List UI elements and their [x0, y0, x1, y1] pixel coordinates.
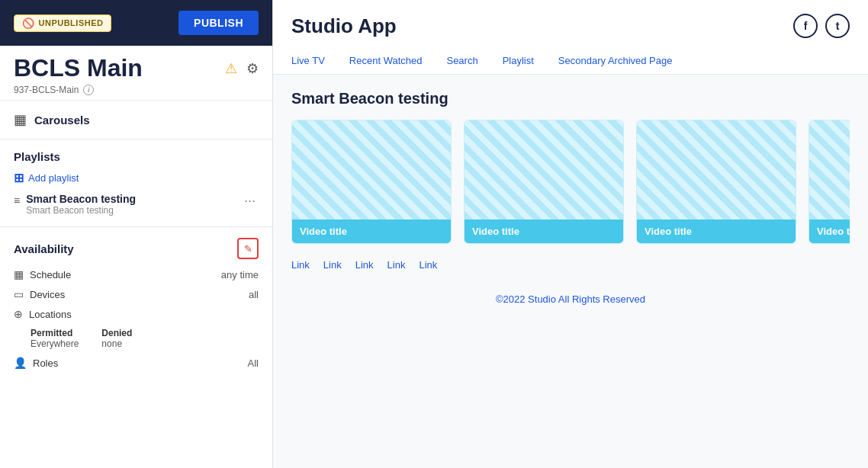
preview-area: Smart Beacon testing Video title Video t… [273, 75, 868, 468]
roles-row: 👤 Roles All [14, 357, 259, 369]
schedule-row: ▦ Schedule any time [14, 268, 259, 280]
twitter-icon[interactable]: t [825, 14, 850, 38]
calendar-icon: ▦ [14, 268, 24, 280]
globe-icon: ⊕ [14, 308, 23, 320]
device-icon: ▭ [14, 288, 24, 300]
plus-icon: ⊞ [14, 171, 24, 185]
carousel-icon: ▦ [14, 111, 27, 128]
app-name-row: Studio App f t [291, 14, 850, 38]
unpublished-badge: 🚫 UNPUBLISHED [14, 14, 111, 32]
locations-row: ⊕ Locations [14, 308, 259, 320]
footer-text: ©2022 Studio All Rights Reserved [291, 286, 850, 313]
section-heading: Smart Beacon testing [291, 90, 850, 107]
link-4[interactable]: Link [387, 259, 406, 271]
sidebar-header: 🚫 UNPUBLISHED PUBLISH [0, 0, 272, 46]
tab-live-tv[interactable]: Live TV [291, 49, 337, 74]
availability-section: Availability ✎ ▦ Schedule any time ▭ Dev… [0, 227, 272, 387]
video-card-4: Video titl [809, 120, 850, 244]
title-row: BCLS Main ⚠ ⚙ [14, 55, 259, 82]
link-5[interactable]: Link [419, 259, 437, 271]
social-icons: f t [793, 14, 850, 38]
app-header: Studio App f t Live TV Recent Watched Se… [273, 0, 868, 75]
carousels-row[interactable]: ▦ Carousels [14, 111, 259, 128]
eye-off-icon: 🚫 [22, 18, 35, 29]
main-content: Studio App f t Live TV Recent Watched Se… [273, 0, 868, 468]
availability-header: Availability ✎ [14, 238, 259, 259]
link-1[interactable]: Link [291, 259, 310, 271]
app-title: BCLS Main [14, 55, 143, 82]
link-2[interactable]: Link [323, 259, 342, 271]
warning-icon: ⚠ [225, 60, 237, 77]
video-title-4: Video titl [809, 220, 850, 243]
sidebar-title-area: BCLS Main ⚠ ⚙ 937-BCLS-Main i [0, 46, 272, 101]
gear-icon[interactable]: ⚙ [246, 60, 259, 77]
video-card-3: Video title [636, 120, 796, 244]
list-icon: ≡ [14, 194, 20, 207]
locations-sub: Permitted Everywhere Denied none [14, 328, 259, 349]
add-playlist-button[interactable]: ⊞ Add playlist [14, 171, 259, 185]
tab-recent-watched[interactable]: Recent Watched [337, 49, 435, 74]
video-thumbnail-4 [809, 120, 850, 220]
devices-row: ▭ Devices all [14, 288, 259, 300]
playlists-section: Playlists ⊞ Add playlist ≡ Smart Beacon … [0, 139, 272, 227]
video-thumbnail-1 [292, 120, 451, 220]
info-icon: i [83, 85, 94, 95]
video-card-2: Video title [464, 120, 624, 244]
video-title-3: Video title [637, 220, 796, 243]
video-title-2: Video title [465, 220, 623, 243]
video-cards-row: Video title Video title Video title Vide… [291, 120, 850, 244]
video-card-1: Video title [291, 120, 452, 244]
tab-search[interactable]: Search [434, 49, 490, 74]
facebook-icon[interactable]: f [793, 14, 818, 38]
publish-button[interactable]: PUBLISH [178, 11, 259, 35]
page-title: Studio App [291, 14, 397, 38]
app-subtitle: 937-BCLS-Main i [14, 85, 259, 95]
video-title-1: Video title [292, 220, 451, 243]
tab-secondary-archived[interactable]: Secondary Archived Page [546, 49, 685, 74]
tab-playlist[interactable]: Playlist [490, 49, 546, 74]
video-thumbnail-3 [637, 120, 796, 220]
playlist-item[interactable]: ≡ Smart Beacon testing Smart Beacon test… [14, 193, 259, 216]
link-3[interactable]: Link [355, 259, 374, 271]
roles-icon: 👤 [14, 357, 27, 369]
links-row: Link Link Link Link Link [291, 259, 850, 271]
playlist-menu-button[interactable]: ··· [241, 193, 259, 209]
availability-edit-button[interactable]: ✎ [237, 238, 259, 259]
nav-tabs: Live TV Recent Watched Search Playlist S… [291, 49, 850, 74]
video-thumbnail-2 [465, 120, 623, 220]
carousels-section[interactable]: ▦ Carousels [0, 101, 272, 139]
locations-section: ⊕ Locations Permitted Everywhere Denied … [14, 308, 259, 349]
edit-icon: ✎ [244, 243, 252, 255]
sidebar: 🚫 UNPUBLISHED PUBLISH BCLS Main ⚠ ⚙ 937-… [0, 0, 273, 468]
